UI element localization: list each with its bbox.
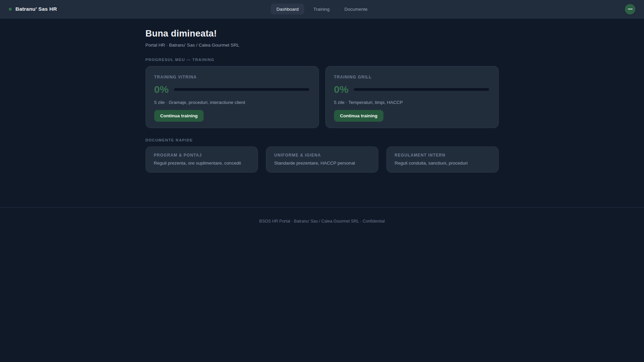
progress-bar (354, 88, 489, 91)
brand-status-dot-icon (9, 8, 12, 11)
progress-bar (174, 88, 309, 91)
document-card-title: PROGRAM & PONTAJ (154, 153, 250, 158)
brand-title: Batranu' Sas HR (15, 6, 57, 12)
training-card-description: 5 zile · Gramaje, proceduri, interactiun… (154, 100, 309, 105)
dashboard-content: Buna dimineata! Portal HR · Batranu' Sas… (146, 18, 499, 207)
documents-section-label: DOCUMENTE RAPIDE (146, 138, 499, 142)
nav-item-documente[interactable]: Documente (339, 4, 373, 15)
progress-percent: 0% (334, 84, 348, 95)
nav-item-dashboard[interactable]: Dashboard (271, 4, 304, 15)
page-footer: BSOS HR Portal · Batranu' Sas / Calea Go… (0, 207, 644, 237)
document-card-program-pontaj[interactable]: PROGRAM & PONTAJ Reguli prezenta, ore su… (146, 146, 258, 173)
progress-row: 0% (334, 84, 489, 95)
document-cards-grid: PROGRAM & PONTAJ Reguli prezenta, ore su… (146, 146, 499, 173)
continue-training-button[interactable]: Continua training (334, 110, 384, 122)
brand: Batranu' Sas HR (9, 6, 57, 12)
document-card-regulament-intern[interactable]: REGULAMENT INTERN Reguli conduita, sanct… (386, 146, 499, 173)
page-subtitle: Portal HR · Batranu' Sas / Calea Gourmet… (146, 43, 499, 48)
document-card-title: UNIFORME & IGIENA (274, 153, 370, 158)
page-title: Buna dimineata! (146, 28, 499, 39)
continue-training-button[interactable]: Continua training (154, 110, 204, 122)
document-card-title: REGULAMENT INTERN (395, 153, 490, 158)
main-nav: Dashboard Training Documente (271, 4, 373, 15)
training-cards-grid: TRAINING VITRINA 0% 5 zile · Gramaje, pr… (146, 66, 499, 128)
top-navigation-bar: Batranu' Sas HR Dashboard Training Docum… (0, 0, 644, 18)
document-card-description: Reguli conduita, sanctiuni, proceduri (395, 161, 490, 166)
training-section-label: PROGRESUL MEU — TRAINING (146, 58, 499, 62)
training-card-vitrina: TRAINING VITRINA 0% 5 zile · Gramaje, pr… (146, 66, 319, 128)
training-card-title: TRAINING GRILL (334, 75, 489, 79)
minimize-button[interactable] (625, 4, 635, 14)
minus-icon (628, 9, 633, 9)
training-card-title: TRAINING VITRINA (154, 75, 309, 79)
nav-item-training[interactable]: Training (308, 4, 335, 15)
progress-percent: 0% (154, 84, 169, 95)
document-card-description: Standarde prezentare, HACCP personal (274, 161, 370, 166)
document-card-description: Reguli prezenta, ore suplimentare, conce… (154, 161, 250, 166)
training-card-description: 5 zile · Temperaturi, timpi, HACCP (334, 100, 489, 105)
footer-text: BSOS HR Portal · Batranu' Sas / Calea Go… (0, 219, 644, 224)
training-card-grill: TRAINING GRILL 0% 5 zile · Temperaturi, … (325, 66, 499, 128)
document-card-uniforme-igiena[interactable]: UNIFORME & IGIENA Standarde prezentare, … (266, 146, 378, 173)
progress-row: 0% (154, 84, 309, 95)
